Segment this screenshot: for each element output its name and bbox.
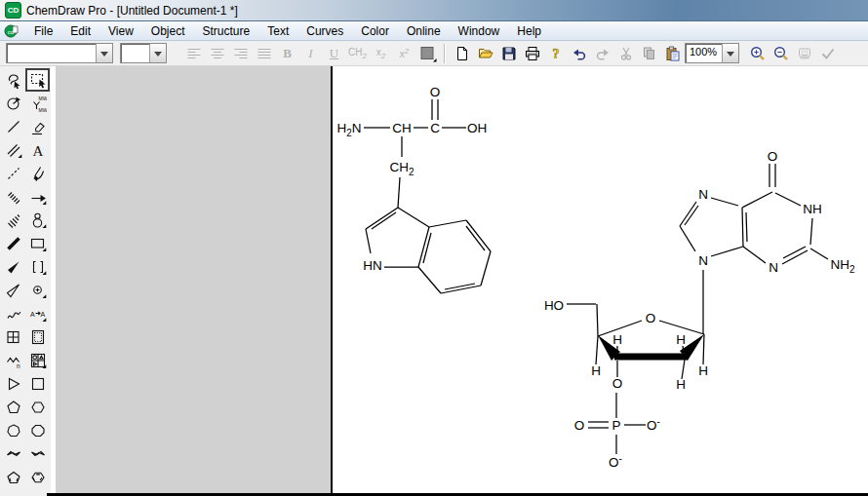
svg-text:A: A bbox=[32, 143, 43, 159]
dottedbox-icon bbox=[29, 328, 47, 346]
orbital-tool[interactable] bbox=[25, 209, 50, 232]
menu-text[interactable]: Text bbox=[258, 22, 297, 40]
hollowwedge-icon bbox=[5, 282, 22, 299]
print-button[interactable] bbox=[521, 43, 543, 64]
menu-color[interactable]: Color bbox=[352, 22, 398, 40]
menu-object[interactable]: Object bbox=[142, 22, 194, 40]
text-tool[interactable]: A bbox=[25, 138, 50, 162]
table-tool[interactable] bbox=[1, 325, 25, 349]
ring3-icon bbox=[5, 375, 22, 393]
menu-curves[interactable]: Curves bbox=[297, 22, 352, 40]
wedge-icon bbox=[5, 258, 22, 276]
solid-bond-tool[interactable] bbox=[1, 115, 25, 138]
ring4-icon bbox=[29, 375, 47, 393]
hashed-wedge-bond-tool[interactable] bbox=[1, 209, 25, 232]
acyclic-chain-tool[interactable]: n bbox=[1, 349, 25, 372]
save-button[interactable] bbox=[497, 43, 520, 64]
zoom-out-button[interactable] bbox=[769, 43, 792, 64]
new-document-button[interactable] bbox=[451, 43, 473, 64]
menu-edit[interactable]: Edit bbox=[61, 22, 99, 40]
style-flyout-button[interactable] bbox=[416, 43, 439, 64]
chair-cyclohexane-2-tool[interactable] bbox=[25, 442, 50, 466]
bold-button: B bbox=[276, 43, 298, 64]
arrow-tool[interactable] bbox=[25, 185, 50, 209]
toolbar-separator bbox=[444, 44, 446, 63]
hashed-bond-tool[interactable] bbox=[1, 185, 25, 209]
help-button[interactable]: ? bbox=[544, 43, 567, 64]
character-map-button bbox=[793, 43, 815, 64]
wavybond-icon bbox=[5, 305, 22, 323]
font-combo-dropdown-arrow-icon[interactable] bbox=[96, 44, 112, 62]
templates-tool[interactable] bbox=[25, 349, 50, 372]
text-icon: A bbox=[29, 141, 47, 159]
paste-button[interactable] bbox=[661, 43, 684, 64]
menu-online[interactable]: Online bbox=[398, 22, 450, 40]
boldbond-icon bbox=[5, 235, 22, 252]
menu-file[interactable]: File bbox=[25, 22, 61, 40]
undo-button[interactable] bbox=[568, 43, 590, 64]
zoom-in-button[interactable] bbox=[746, 43, 769, 64]
marquee-tool[interactable] bbox=[25, 68, 50, 92]
align-right-button bbox=[229, 43, 252, 64]
template-panel-tool[interactable] bbox=[25, 325, 50, 349]
menu-view[interactable]: View bbox=[99, 22, 142, 40]
bracket-tool[interactable] bbox=[25, 255, 50, 279]
ring8-icon bbox=[29, 422, 47, 439]
redo-button bbox=[591, 43, 613, 64]
chair-cyclohexane-1-tool[interactable] bbox=[1, 442, 25, 466]
atom-map-tool[interactable]: AA bbox=[25, 302, 50, 325]
app-icon[interactable]: CD bbox=[5, 2, 21, 19]
cyclohexane-ring-tool[interactable] bbox=[25, 396, 50, 419]
lasso-tool[interactable] bbox=[1, 68, 25, 92]
eraser-tool[interactable] bbox=[25, 115, 50, 138]
alignright-icon bbox=[232, 45, 250, 62]
svg-text:A: A bbox=[40, 311, 45, 318]
copy-button bbox=[638, 43, 660, 64]
cyclobutane-ring-tool[interactable] bbox=[25, 372, 50, 396]
bracket-icon bbox=[29, 258, 47, 276]
orbital-icon bbox=[29, 211, 47, 229]
pen-tool[interactable] bbox=[25, 162, 50, 185]
ring5-icon bbox=[5, 399, 22, 416]
menu-structure[interactable]: Structure bbox=[194, 22, 259, 40]
menu-window[interactable]: Window bbox=[450, 22, 509, 40]
hollow-wedge-bond-tool[interactable] bbox=[1, 279, 25, 302]
zoom-combo[interactable]: 100% bbox=[685, 43, 739, 63]
templates-icon bbox=[29, 352, 47, 369]
rotate-tool[interactable] bbox=[1, 92, 25, 115]
box-tool[interactable] bbox=[25, 232, 50, 255]
menu-help[interactable]: Help bbox=[508, 22, 550, 40]
document-icon[interactable]: cd bbox=[4, 23, 20, 39]
cleanup-icon: MWMW bbox=[29, 95, 47, 112]
cyclooctane-ring-tool[interactable] bbox=[25, 419, 50, 442]
cyclopentane-ring-tool[interactable] bbox=[1, 396, 25, 419]
dashed-bond-tool[interactable] bbox=[1, 162, 25, 185]
zoom-combo-dropdown-arrow-icon[interactable] bbox=[722, 44, 738, 62]
atommap-icon: AA bbox=[29, 305, 47, 323]
underline-button-label: U bbox=[330, 46, 338, 61]
wavy-bond-tool[interactable] bbox=[1, 302, 25, 325]
font-size-combo-dropdown-arrow-icon[interactable] bbox=[149, 44, 166, 62]
ring5d-icon bbox=[5, 469, 22, 486]
toolbar: BIUCH2x2x2?100% bbox=[0, 41, 868, 66]
cyclopentadiene-ring-tool[interactable] bbox=[1, 466, 25, 489]
clean-up-structure-tool[interactable]: MWMW bbox=[25, 92, 50, 115]
title-bar[interactable]: CD ChemDraw Pro - [Untitled Document-1 *… bbox=[0, 0, 868, 21]
font-size-combo[interactable] bbox=[120, 43, 167, 63]
confirm-button bbox=[816, 43, 839, 64]
open-button[interactable] bbox=[474, 43, 496, 64]
cyclopropane-ring-tool[interactable] bbox=[1, 372, 25, 396]
undo-icon bbox=[571, 45, 588, 62]
wedge-bond-tool[interactable] bbox=[1, 255, 25, 279]
chemical-symbol-tool[interactable] bbox=[25, 279, 50, 302]
zoomin-icon bbox=[749, 45, 767, 62]
font-combo[interactable] bbox=[6, 43, 113, 63]
svg-text:cd: cd bbox=[8, 28, 14, 34]
multiple-bond-tool[interactable] bbox=[1, 138, 25, 162]
palette-grid: MWMWAAAn bbox=[1, 68, 50, 489]
new-icon bbox=[454, 45, 471, 62]
aligncenter-icon bbox=[209, 45, 226, 62]
bold-bond-tool[interactable] bbox=[1, 232, 25, 255]
benzene-ring-tool[interactable] bbox=[25, 466, 50, 489]
cycloheptane-ring-tool[interactable] bbox=[1, 419, 25, 442]
